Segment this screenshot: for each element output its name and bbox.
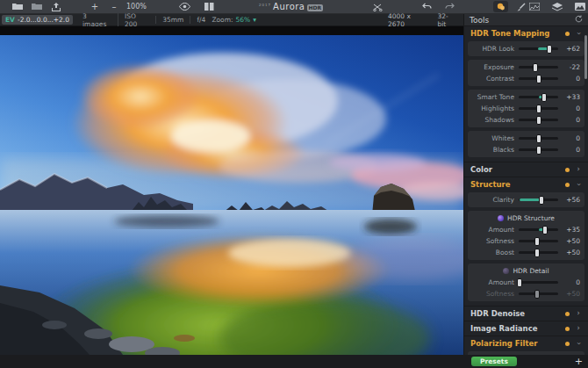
slider-label: Whites [472,134,514,142]
meta-items: 3 imagesISO 20035mmf/4 [76,12,212,28]
crop-icon[interactable] [370,1,384,13]
aurora-hdr-window: + – 100% 2017 Aurora HDR [0,0,588,368]
slider-track[interactable] [519,281,558,284]
enable-dot[interactable] [565,168,570,172]
chevron-down-icon: › [575,181,582,188]
slider-thumb[interactable] [517,278,522,287]
undo-icon[interactable] [419,1,434,13]
slider-label: Softness [472,290,514,298]
slider-row-shadows: Shadows0 [472,114,580,126]
filter-sections: HDR Tone Mapping›HDR Look+62Exposure-22C… [464,26,588,355]
zoom-in-icon[interactable]: + [88,1,102,13]
slider-value: 0 [563,116,580,124]
slider-track[interactable] [519,107,558,110]
section-polarizing-filter: Polarizing Filter›Amount+63 [464,336,588,355]
subgroup-header-hdr-structure[interactable]: HDR Structure [472,213,580,224]
slider-thumb[interactable] [536,75,541,83]
section-title: Structure [470,180,511,189]
slider-thumb[interactable] [536,116,541,125]
slider-track[interactable] [519,66,558,69]
eye-icon[interactable] [178,1,192,13]
brush-icon[interactable] [513,1,527,13]
section-header-color[interactable]: Color› [464,162,588,177]
slider-thumb[interactable] [533,63,538,72]
section-header-structure[interactable]: Structure› [464,177,588,191]
redo-icon[interactable] [442,1,456,13]
image-panel-icon[interactable] [573,1,587,13]
enable-dot[interactable] [565,327,570,331]
zoom-out-icon[interactable]: – [107,1,121,13]
histogram-icon[interactable] [527,1,541,13]
slider-track[interactable] [519,240,558,242]
slider-row-amount: Amount+35 [472,224,580,235]
presets-button[interactable]: Presets [471,357,517,366]
slider-thumb[interactable] [547,45,552,54]
slider-track[interactable] [519,137,558,140]
enable-dot[interactable] [565,183,570,187]
slider-thumb[interactable] [536,134,541,143]
section-header-hdr-tone-mapping[interactable]: HDR Tone Mapping› [464,26,588,40]
slider-thumb[interactable] [541,93,547,102]
slider-track[interactable] [519,148,558,151]
compare-icon[interactable] [203,1,217,13]
slider-label: Highlights [472,105,514,112]
slider-track[interactable] [519,77,558,80]
open-image-icon[interactable] [11,1,25,13]
slider-group: Clarity+56 [468,192,584,207]
enable-dot[interactable] [565,342,570,346]
slider-row-smart-tone: Smart Tone+33 [472,91,580,103]
slider-row-whites: Whites0 [472,133,580,144]
slider-label: Blacks [472,146,514,154]
meta-item: ISO 200 [118,12,155,28]
tools-panel-header: Tools [463,14,588,26]
slider-thumb[interactable] [536,146,541,155]
zoom-dropdown[interactable]: Zoom: 56% ▾ [212,16,256,24]
slider-track[interactable] [519,228,558,231]
image-viewport[interactable] [0,26,463,355]
section-header-image-radiance[interactable]: Image Radiance› [464,321,588,336]
slider-thumb[interactable] [539,196,544,205]
open-folder-icon[interactable] [30,1,44,13]
enable-dot[interactable] [565,32,570,36]
slider-thumb[interactable] [534,249,540,257]
filters-icon[interactable] [493,1,508,12]
enable-dot[interactable] [565,312,570,316]
slider-group: Smart Tone+33Highlights0Shadows0 [468,90,584,127]
slider-track[interactable] [519,198,558,201]
slider-track[interactable] [519,96,558,98]
panel-scrollbar[interactable] [584,35,587,79]
section-title: HDR Denoise [470,309,525,318]
slider-row-boost: Boost+50 [472,247,580,258]
slider-value: 0 [563,105,580,112]
slider-row-exposure: Exposure-22 [472,61,580,73]
hdr-detail-icon [503,268,509,274]
section-header-polarizing-filter[interactable]: Polarizing Filter› [464,336,588,350]
slider-track[interactable] [519,251,558,254]
slider-label: Clarity [472,196,514,204]
slider-row-blacks: Blacks0 [472,144,580,155]
slider-thumb[interactable] [534,290,540,299]
slider-track[interactable] [519,47,558,50]
section-title: Color [470,165,492,174]
subgroup-header-hdr-detail[interactable]: HDR Detail [472,265,580,277]
slider-row-softness: Softness+50 [472,235,580,247]
tools-panel: HDR Tone Mapping›HDR Look+62Exposure-22C… [463,26,588,355]
chevron-down-icon: › [575,340,582,347]
slider-group: Whites0Blacks0 [468,131,584,157]
export-icon[interactable] [49,1,63,13]
slider-value: +50 [563,237,580,245]
slider-track[interactable] [519,119,558,121]
layers-icon[interactable] [550,1,564,13]
add-preset-button[interactable]: + [575,356,583,367]
slider-thumb[interactable] [536,105,541,113]
slider-value: +50 [563,249,580,256]
slider-track[interactable] [519,292,558,295]
image-size-display: 4000 x 2670 [388,12,428,28]
slider-thumb[interactable] [534,237,540,246]
reset-adjustments-icon[interactable] [575,15,583,25]
chevron-right-icon: › [575,325,582,332]
slider-thumb[interactable] [542,226,548,235]
slider-group: HDR Look+62 [468,41,584,56]
slider-value: +56 [563,196,580,204]
section-header-hdr-denoise[interactable]: HDR Denoise› [464,307,588,321]
